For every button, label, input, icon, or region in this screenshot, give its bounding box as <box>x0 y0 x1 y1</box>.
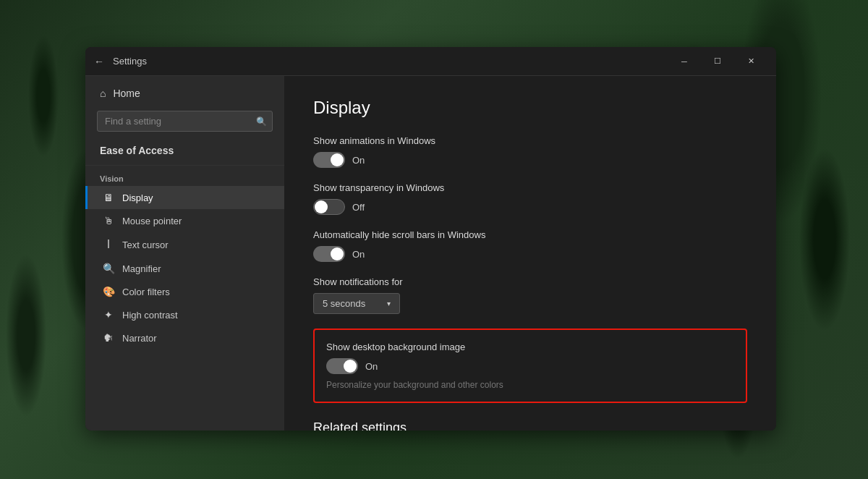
desktop-bg-state: On <box>365 361 378 372</box>
show-transparency-toggle[interactable] <box>313 199 345 215</box>
search-icon: 🔍 <box>256 116 267 127</box>
desktop-background-setting-box: Show desktop background image On Persona… <box>313 328 747 403</box>
sidebar-item-magnifier[interactable]: 🔍 Magnifier <box>85 257 284 280</box>
ease-of-access-heading: Ease of Access <box>85 140 284 162</box>
sidebar-item-mouse-pointer[interactable]: 🖱 Mouse pointer <box>85 209 284 232</box>
show-animations-label: Show animations in Windows <box>313 135 747 146</box>
sidebar-item-color-filters[interactable]: 🎨 Color filters <box>85 280 284 303</box>
sidebar-item-display-label: Display <box>122 192 153 203</box>
settings-window: ← Settings ─ ☐ ✕ ⌂ Home 🔍 Ease of Access… <box>85 47 776 431</box>
notifications-dropdown-row: 5 seconds ▾ <box>313 293 747 314</box>
sidebar-home-item[interactable]: ⌂ Home <box>85 82 284 105</box>
sidebar-item-display[interactable]: 🖥 Display <box>85 186 284 209</box>
page-title: Display <box>313 98 747 118</box>
notifications-dropdown[interactable]: 5 seconds ▾ <box>313 293 400 314</box>
content-area: ⌂ Home 🔍 Ease of Access Vision 🖥 Display… <box>85 76 776 431</box>
show-animations-toggle[interactable] <box>313 152 345 168</box>
show-notifications-row: Show notifications for 5 seconds ▾ <box>313 276 747 314</box>
vision-section-label: Vision <box>85 169 284 186</box>
home-icon: ⌂ <box>100 88 106 99</box>
sidebar-item-text-cursor[interactable]: I Text cursor <box>85 232 284 257</box>
show-animations-toggle-row: On <box>313 152 747 168</box>
hide-scrollbars-toggle-row: On <box>313 246 747 262</box>
sidebar: ⌂ Home 🔍 Ease of Access Vision 🖥 Display… <box>85 76 284 431</box>
high-contrast-icon: ✦ <box>102 309 115 321</box>
show-notifications-label: Show notifications for <box>313 276 747 287</box>
related-settings-title: Related settings <box>313 420 747 431</box>
desktop-bg-label: Show desktop background image <box>326 342 734 352</box>
sidebar-item-color-filters-label: Color filters <box>122 287 170 297</box>
narrator-icon: 🗣 <box>102 332 115 344</box>
sidebar-item-high-contrast-label: High contrast <box>122 310 178 321</box>
personalize-link[interactable]: Personalize your background and other co… <box>326 380 734 390</box>
window-controls: ─ ☐ ✕ <box>668 50 767 73</box>
display-icon: 🖥 <box>102 192 115 203</box>
desktop-bg-toggle[interactable] <box>326 358 358 374</box>
hide-scrollbars-state: On <box>352 249 365 260</box>
show-animations-row: Show animations in Windows On <box>313 135 747 168</box>
text-cursor-icon: I <box>102 238 115 251</box>
home-label: Home <box>113 88 140 99</box>
mouse-pointer-icon: 🖱 <box>102 215 115 226</box>
show-transparency-toggle-row: Off <box>313 199 747 215</box>
minimize-button[interactable]: ─ <box>668 50 701 73</box>
show-transparency-label: Show transparency in Windows <box>313 182 747 193</box>
sidebar-divider <box>85 165 284 166</box>
desktop-bg-toggle-row: On <box>326 358 734 374</box>
sidebar-item-narrator[interactable]: 🗣 Narrator <box>85 326 284 349</box>
magnifier-icon: 🔍 <box>102 263 115 274</box>
sidebar-item-magnifier-label: Magnifier <box>122 263 161 274</box>
notifications-dropdown-value: 5 seconds <box>323 298 365 309</box>
close-button[interactable]: ✕ <box>734 50 767 73</box>
show-transparency-row: Show transparency in Windows Off <box>313 182 747 215</box>
main-content: Display Show animations in Windows On Sh… <box>284 76 776 431</box>
hide-scrollbars-row: Automatically hide scroll bars in Window… <box>313 229 747 262</box>
hide-scrollbars-toggle[interactable] <box>313 246 345 262</box>
restore-button[interactable]: ☐ <box>701 50 734 73</box>
search-container: 🔍 <box>97 111 273 132</box>
hide-scrollbars-label: Automatically hide scroll bars in Window… <box>313 229 747 240</box>
back-button[interactable]: ← <box>94 56 104 67</box>
window-title: Settings <box>113 56 668 67</box>
sidebar-item-text-cursor-label: Text cursor <box>122 240 169 250</box>
show-animations-state: On <box>352 155 365 166</box>
related-settings-section: Related settings Additional display sett… <box>313 420 747 431</box>
show-transparency-state: Off <box>352 202 365 213</box>
dropdown-chevron-icon: ▾ <box>387 300 391 308</box>
titlebar: ← Settings ─ ☐ ✕ <box>85 47 776 76</box>
sidebar-item-high-contrast[interactable]: ✦ High contrast <box>85 303 284 326</box>
sidebar-item-narrator-label: Narrator <box>122 333 157 344</box>
color-filters-icon: 🎨 <box>102 286 115 297</box>
desktop-bg-row: Show desktop background image On Persona… <box>326 342 734 390</box>
search-input[interactable] <box>97 111 273 132</box>
sidebar-item-mouse-label: Mouse pointer <box>122 216 182 226</box>
